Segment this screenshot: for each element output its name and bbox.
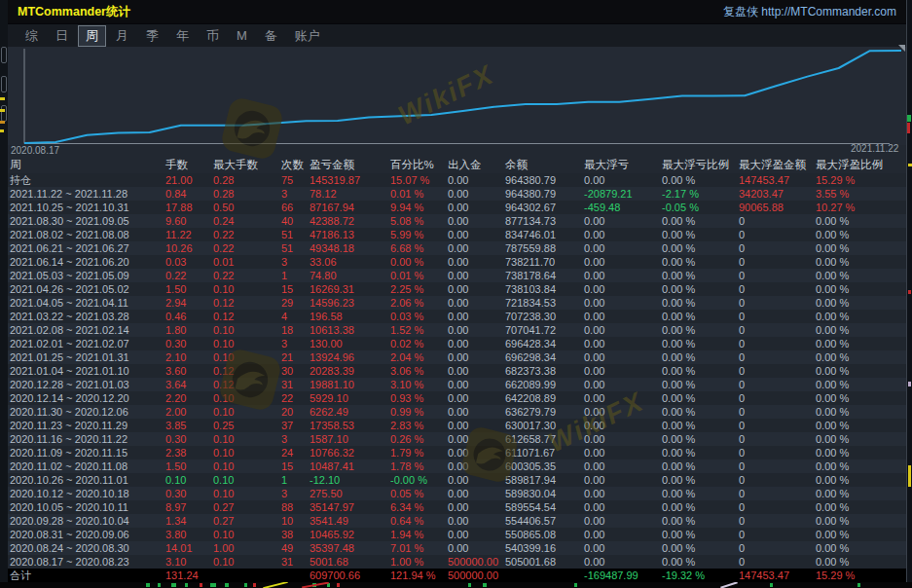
column-header[interactable]: 余额: [505, 158, 528, 172]
row-cell: 0.00: [448, 473, 468, 487]
row-cell: 0.00 %: [662, 405, 695, 419]
menu-item-币[interactable]: 币: [199, 25, 227, 47]
table-row[interactable]: 2020.11.30 ~ 2020.12.062.000.10206262.49…: [8, 405, 906, 419]
window-title: MTCommander统计: [18, 4, 130, 20]
row-cell: 611071.67: [505, 446, 555, 459]
column-header[interactable]: 百分比%: [390, 158, 434, 172]
column-header[interactable]: 最大浮亏: [584, 158, 629, 172]
table-row[interactable]: 2020.08.31 ~ 2020.09.063.800.103810465.9…: [8, 528, 906, 541]
column-header[interactable]: 最大浮盈金额: [739, 158, 806, 172]
row-cell: 18: [281, 323, 293, 337]
row-cell: 14596.23: [310, 296, 354, 310]
table-row[interactable]: 2020.09.28 ~ 2020.10.041.340.27103541.49…: [8, 514, 906, 528]
row-cell: 2020.09.28 ~ 2020.10.04: [10, 514, 129, 528]
table-row[interactable]: 持仓21.000.2875145319.8715.07 %0.00964380.…: [8, 173, 906, 187]
table-row[interactable]: 2020.08.24 ~ 2020.08.3014.011.004935397.…: [8, 541, 906, 555]
row-cell: 0.00: [448, 173, 468, 187]
column-header[interactable]: 次数: [281, 158, 304, 172]
row-cell: 0.00: [584, 214, 604, 228]
table-row[interactable]: 2021.03.22 ~ 2021.03.280.460.124196.580.…: [8, 310, 906, 323]
column-header[interactable]: 出入金: [448, 158, 482, 172]
row-cell: 31: [281, 555, 293, 569]
row-cell: 3: [281, 187, 287, 201]
menu-item-年[interactable]: 年: [168, 25, 197, 47]
column-header[interactable]: 盈亏金额: [310, 158, 354, 172]
row-cell: 0.93 %: [390, 391, 423, 405]
column-header[interactable]: 最大手数: [213, 158, 258, 172]
row-cell: 0: [739, 459, 745, 473]
column-header[interactable]: 周: [10, 158, 21, 172]
row-cell: 0.00: [448, 282, 468, 296]
row-cell: 0.30: [165, 337, 186, 350]
column-header[interactable]: 最大浮盈比例: [816, 158, 883, 172]
menu-item-周[interactable]: 周: [78, 25, 106, 47]
row-cell: 0.12: [213, 310, 234, 323]
table-row[interactable]: 2020.11.09 ~ 2020.11.152.380.102410766.3…: [8, 446, 906, 459]
row-cell: 707041.72: [505, 323, 556, 337]
row-cell: 2020.11.02 ~ 2020.11.08: [10, 459, 128, 473]
table-row[interactable]: 2020.11.23 ~ 2020.11.293.850.253717358.5…: [8, 419, 906, 432]
table-row[interactable]: 2021.05.03 ~ 2021.05.090.220.22174.800.0…: [8, 269, 906, 282]
footer-cell: 合计: [10, 569, 31, 582]
menu-item-季[interactable]: 季: [138, 25, 166, 47]
row-cell: 2021.08.02 ~ 2021.08.08: [10, 228, 129, 241]
row-cell: 0.00: [584, 459, 604, 473]
menu-item-综[interactable]: 综: [18, 25, 46, 47]
row-cell: 0.27: [213, 500, 234, 514]
table-row[interactable]: 2020.12.28 ~ 2021.01.033.640.123119881.1…: [8, 378, 906, 391]
row-cell: 24: [281, 446, 293, 459]
row-cell: 0.00 %: [662, 255, 695, 269]
menu-item-账户[interactable]: 账户: [287, 25, 328, 47]
table-row[interactable]: 2020.11.16 ~ 2020.11.220.300.1031587.100…: [8, 432, 906, 446]
table-row[interactable]: 2021.04.05 ~ 2021.04.112.940.122914596.2…: [8, 296, 906, 310]
chart-end-date-label: 2021.11.22: [851, 143, 898, 154]
row-cell: 2021.01.04 ~ 2021.01.10: [10, 364, 129, 378]
row-cell: 37: [281, 419, 293, 432]
table-row[interactable]: 2021.08.30 ~ 2021.09.059.600.244042388.7…: [8, 214, 906, 228]
table-row[interactable]: 2021.01.25 ~ 2021.01.312.100.102113924.9…: [8, 350, 906, 364]
row-cell: 540399.16: [505, 541, 556, 555]
row-cell: 130.00: [310, 337, 343, 350]
table-footer-row: 合计131.24609700.66121.94 %500000.00-16948…: [8, 569, 906, 582]
table-body: 持仓21.000.2875145319.8715.07 %0.00964380.…: [8, 173, 906, 569]
row-cell: 2.00: [165, 405, 186, 419]
table-row[interactable]: 2020.10.05 ~ 2020.10.118.970.278835147.9…: [8, 500, 906, 514]
table-row[interactable]: 2021.02.01 ~ 2021.02.070.300.103130.000.…: [8, 337, 906, 350]
row-cell: 0.00: [448, 419, 468, 432]
row-cell: 33.06: [310, 255, 337, 269]
row-cell: 0: [739, 500, 745, 514]
background-window-fragment: [171, 583, 176, 587]
table-row[interactable]: 2021.02.08 ~ 2021.02.141.800.101810613.3…: [8, 323, 906, 337]
menu-item-月[interactable]: 月: [108, 25, 136, 47]
row-cell: 1.52 %: [390, 323, 423, 337]
menu-item-日[interactable]: 日: [48, 25, 76, 47]
table-row[interactable]: 2021.04.26 ~ 2021.05.021.500.101516269.3…: [8, 282, 906, 296]
row-cell: 4: [281, 310, 287, 323]
row-cell: 1.34: [165, 514, 186, 528]
row-cell: 964380.79: [505, 187, 556, 201]
table-row[interactable]: 2021.06.21 ~ 2021.06.2710.260.225149348.…: [8, 241, 906, 255]
table-row[interactable]: 2021.11.22 ~ 2021.11.280.840.28378.120.0…: [8, 187, 906, 201]
brand-link[interactable]: 复盘侠 http://MTCommander.com: [723, 4, 896, 20]
table-row[interactable]: 2021.08.02 ~ 2021.08.0811.220.225147186.…: [8, 228, 906, 241]
row-cell: 0.10: [213, 282, 234, 296]
row-cell: 0.00 %: [662, 378, 695, 391]
row-cell: 0.00: [448, 269, 468, 282]
row-cell: 0.00 %: [662, 173, 695, 187]
table-row[interactable]: 2021.06.14 ~ 2021.06.200.030.01333.060.0…: [8, 255, 906, 269]
table-row[interactable]: 2020.11.02 ~ 2020.11.081.500.101510487.4…: [8, 459, 906, 473]
table-row[interactable]: 2020.10.26 ~ 2020.11.010.100.101-12.10-0…: [8, 473, 906, 487]
menu-item-备[interactable]: 备: [257, 25, 285, 47]
table-row[interactable]: 2020.08.17 ~ 2020.08.233.100.10315001.68…: [8, 555, 906, 569]
table-row[interactable]: 2020.12.14 ~ 2020.12.202.200.10225929.10…: [8, 391, 906, 405]
row-cell: 0.00: [584, 555, 604, 569]
column-header[interactable]: 最大浮亏比例: [662, 158, 729, 172]
row-cell: 20283.39: [310, 364, 354, 378]
row-cell: 2021.01.25 ~ 2021.01.31: [10, 350, 129, 364]
table-row[interactable]: 2021.01.04 ~ 2021.01.103.600.123020283.3…: [8, 364, 906, 378]
column-header[interactable]: 手数: [165, 158, 188, 172]
table-row[interactable]: 2020.10.12 ~ 2020.10.180.300.103275.500.…: [8, 487, 906, 500]
table-row[interactable]: 2021.10.25 ~ 2021.10.3117.880.506687167.…: [8, 201, 906, 214]
menu-item-M[interactable]: M: [229, 26, 255, 45]
row-cell: 0.00: [584, 241, 604, 255]
